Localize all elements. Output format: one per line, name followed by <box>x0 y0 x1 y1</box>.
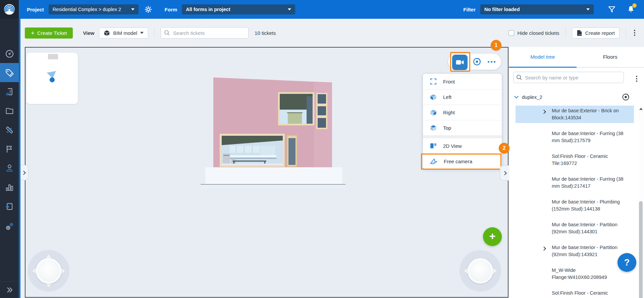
chevron-down-icon <box>131 8 135 10</box>
menu-item-label: 2D View <box>443 143 462 149</box>
chevron-down-icon[interactable] <box>514 94 519 99</box>
gears-icon <box>5 222 14 231</box>
sidebar-item-reports[interactable] <box>0 178 19 197</box>
sidebar-item-milestones[interactable] <box>0 139 19 159</box>
joystick-knob[interactable] <box>468 258 493 284</box>
scrollbar-thumb[interactable] <box>639 201 643 298</box>
filter-select-value: No filter loaded <box>484 7 520 12</box>
tree-root-row[interactable]: duplex_2 <box>514 93 638 101</box>
visibility-toggle[interactable] <box>622 93 630 101</box>
create-ticket-label: Create Ticket <box>37 30 67 36</box>
top-bar: Project Residential Complex > duplex 2 F… <box>0 0 644 19</box>
tree-scrollbar[interactable] <box>639 106 643 298</box>
tree-item[interactable]: Mur de base:Interior - Partition (92mm S… <box>516 242 634 260</box>
view-label: View <box>83 30 94 36</box>
person-icon <box>5 164 14 173</box>
sidebar-item-contacts[interactable] <box>0 159 19 178</box>
tree-item-label: Sol:Finish Floor - Ceramic Tile:169772 <box>552 154 608 166</box>
create-report-button[interactable]: PDF Create report <box>572 27 620 39</box>
project-select[interactable]: Residential Complex > duplex 2 <box>49 4 139 14</box>
view-mode-value: BIM model <box>113 30 137 36</box>
app-logo <box>0 0 19 19</box>
sidebar-item-tickets[interactable] <box>0 63 19 82</box>
menu-item-top[interactable]: Top <box>423 120 502 135</box>
sidebar-item-export[interactable] <box>0 197 19 216</box>
ticket-count: 10 tickets <box>255 30 276 36</box>
gauge-icon <box>5 49 14 58</box>
clipboard-export-icon <box>5 202 14 211</box>
chevron-right-icon[interactable] <box>542 246 546 251</box>
menu-separator <box>423 135 502 138</box>
menu-item-2d-view[interactable]: 2D View <box>423 138 502 154</box>
add-ticket-pin-button[interactable]: + <box>483 227 502 246</box>
search-tickets-input[interactable] <box>161 27 249 39</box>
eye-icon <box>622 93 630 101</box>
help-button[interactable]: ? <box>618 253 636 272</box>
sidebar-item-files[interactable] <box>0 101 19 120</box>
tree-search-input[interactable] <box>513 72 624 83</box>
visibility-button[interactable] <box>472 57 482 66</box>
project-settings-button[interactable] <box>145 6 152 13</box>
panel-tabs: Model tree Floors <box>509 47 644 68</box>
funnel-icon <box>608 5 616 13</box>
notifications-button[interactable] <box>627 5 635 14</box>
create-ticket-button[interactable]: + Create Ticket <box>25 27 73 39</box>
menu-item-right[interactable]: Right <box>423 105 502 120</box>
tree-item[interactable]: M_W-Wide Flange:W410X60:208949 <box>516 265 634 283</box>
tree-item-label: Mur de base:Interior - Plumbing (152mm S… <box>552 199 620 212</box>
tree-item[interactable]: Mur de base:Interior - Furring (38 mm St… <box>516 174 634 191</box>
look-joystick[interactable] <box>460 250 501 292</box>
tab-floors[interactable]: Floors <box>577 47 644 67</box>
menu-item-free-camera[interactable]: Free camera <box>423 154 502 169</box>
tree-options-button[interactable] <box>634 74 639 84</box>
tree-item[interactable]: Sol:Finish Floor - Ceramic Tile:169866 <box>516 288 634 298</box>
filter-funnel-button[interactable] <box>608 5 616 13</box>
chevron-right-icon <box>21 171 26 175</box>
create-report-label: Create report <box>585 30 615 36</box>
hide-closed-label[interactable]: Hide closed tickets <box>518 30 559 36</box>
expand-right-panel-tab[interactable] <box>500 165 509 181</box>
expand-left-panel-tab[interactable] <box>19 165 29 180</box>
sidebar-item-dashboard[interactable] <box>0 44 19 63</box>
divider <box>566 28 566 38</box>
tree-item-label: M_W-Wide Flange:W410X60:208949 <box>552 267 607 280</box>
chevron-down-icon <box>586 8 590 10</box>
menu-item-left[interactable]: Left <box>423 89 502 105</box>
ticket-search <box>161 27 249 39</box>
project-label: Project <box>27 7 44 12</box>
camera-views-button[interactable] <box>452 55 468 70</box>
viewer-toolbar <box>448 54 501 70</box>
chevron-down-icon <box>288 8 291 10</box>
menu-item-front[interactable]: Front <box>423 74 502 89</box>
tree-item[interactable]: Sol:Finish Floor - Ceramic Tile:169772 <box>516 151 634 169</box>
tab-model-tree[interactable]: Model tree <box>509 47 577 67</box>
toolbar-more-button[interactable] <box>632 28 637 38</box>
model-viewer[interactable]: Front Left Right <box>25 47 508 298</box>
hide-closed-checkbox[interactable] <box>508 30 514 36</box>
minimap[interactable] <box>26 53 78 104</box>
menu-item-label: Top <box>443 125 451 131</box>
bird-icon <box>430 158 438 165</box>
scroll-up-arrow[interactable] <box>639 108 643 110</box>
move-joystick[interactable] <box>28 250 69 292</box>
chevron-right-icon[interactable] <box>542 110 546 114</box>
sidebar-item-settings[interactable] <box>0 217 19 236</box>
sidebar-item-measure[interactable] <box>0 120 19 139</box>
filter-select[interactable]: No filter loaded <box>480 4 594 14</box>
flag-icon <box>5 144 14 154</box>
view-mode-select[interactable]: BIM model <box>99 27 148 39</box>
joystick-knob[interactable] <box>36 258 61 284</box>
expand-sidebar-button[interactable] <box>0 281 19 298</box>
minimap-building-footprint <box>48 54 58 59</box>
tree-item[interactable]: Mur de base:Exterior - Brick on Block:14… <box>516 106 634 123</box>
document-pin-icon <box>5 87 14 96</box>
tree-item[interactable]: Mur de base:Interior - Partition (92mm S… <box>516 220 634 237</box>
sidebar-item-plans[interactable] <box>0 82 19 101</box>
form-select[interactable]: All forms in project <box>182 4 295 14</box>
viewer-more-button[interactable] <box>486 57 497 66</box>
tree-item[interactable]: Mur de base:Interior - Furring (38 mm St… <box>516 128 634 146</box>
tag-icon <box>5 68 14 77</box>
tree-item[interactable]: Mur de base:Interior - Plumbing (152mm S… <box>516 197 634 214</box>
filter-label: Filter <box>463 7 476 12</box>
tree-search <box>513 72 624 83</box>
